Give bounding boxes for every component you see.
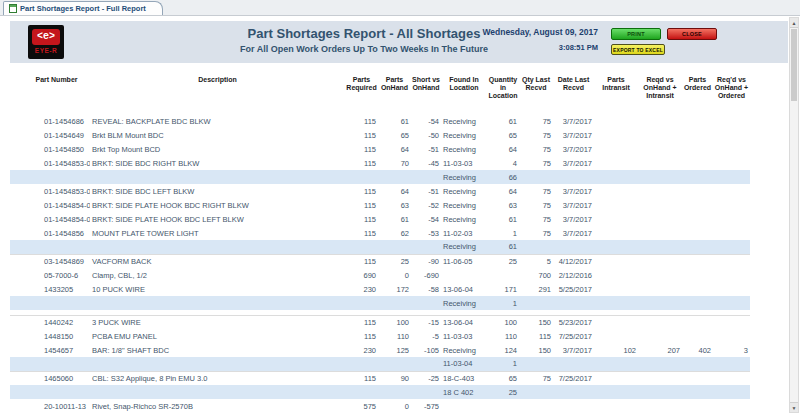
cell-intransit [594, 128, 638, 142]
cell-reqd_vs_onhand_intransit [638, 114, 682, 128]
cell-reqd_vs_onhand_ordered [713, 226, 750, 240]
cell-ordered [682, 357, 713, 371]
cell-required: 115 [345, 371, 378, 385]
location-subrow: 18 C 40225 [10, 385, 750, 399]
cell-location: 11-03-04 [441, 357, 487, 371]
table-row: 143320510 PUCK WIRE230172-5813-06-041712… [10, 282, 750, 296]
cell-qty_in_location: 25 [487, 385, 519, 399]
cell-short [411, 296, 441, 310]
cell-description: CBL: S32 Applique, 8 Pin EMU 3.0 [90, 371, 345, 385]
export-to-excel-button[interactable]: EXPORT TO EXCEL [611, 44, 665, 55]
cell-reqd_vs_onhand_intransit [638, 282, 682, 296]
cell-intransit [594, 282, 638, 296]
cell-onhand [378, 357, 411, 371]
cell-location: 11-06-05 [441, 254, 487, 268]
cell-intransit [594, 142, 638, 156]
col-header-reqd_vs_onhand_intransit: Reqd vs OnHand + Intransit [638, 72, 682, 114]
cell-reqd_vs_onhand_ordered [713, 114, 750, 128]
header-row: Part NumberDescriptionParts RequiredPart… [10, 72, 750, 114]
cell-ordered [682, 240, 713, 254]
cell-qty_last_recvd: 75 [519, 142, 553, 156]
cell-qty_last_recvd: 75 [519, 371, 553, 385]
cell-qty_in_location: 64 [487, 184, 519, 198]
cell-onhand: 125 [378, 343, 411, 357]
cell-date_last_recvd [553, 385, 594, 399]
cell-description: PCBA EMU PANEL [90, 329, 345, 343]
cell-qty_last_recvd: 150 [519, 343, 553, 357]
cell-part_number: 01-1454853-02 [10, 184, 90, 198]
cell-required [345, 385, 378, 399]
cell-short [411, 357, 441, 371]
cell-description: BRKT: SIDE PLATE HOOK BDC RIGHT BLKW [90, 198, 345, 212]
cell-reqd_vs_onhand_ordered [713, 329, 750, 343]
cell-qty_in_location: 61 [487, 114, 519, 128]
cell-ordered [682, 385, 713, 399]
cell-intransit [594, 357, 638, 371]
cell-part_number [10, 170, 90, 184]
report-tab[interactable]: Part Shortages Report - Full Report [3, 1, 163, 15]
cell-date_last_recvd [553, 170, 594, 184]
cell-ordered: 402 [682, 343, 713, 357]
cell-intransit [594, 226, 638, 240]
cell-date_last_recvd [553, 357, 594, 371]
col-header-date_last_recvd: Date Last Recvd [553, 72, 594, 114]
cell-intransit: 102 [594, 343, 638, 357]
cell-onhand: 0 [378, 399, 411, 413]
cell-ordered [682, 156, 713, 170]
cell-qty_last_recvd: 150 [519, 315, 553, 329]
cell-onhand: 64 [378, 142, 411, 156]
cell-reqd_vs_onhand_ordered [713, 282, 750, 296]
cell-onhand: 25 [378, 254, 411, 268]
cell-ordered [682, 268, 713, 282]
close-button[interactable]: CLOSE [667, 28, 717, 40]
cell-short: -90 [411, 254, 441, 268]
cell-short: -50 [411, 128, 441, 142]
cell-location: Receiving [441, 170, 487, 184]
cell-reqd_vs_onhand_intransit [638, 198, 682, 212]
cell-onhand [378, 170, 411, 184]
vertical-scrollbar[interactable]: ▲ ▼ [789, 17, 799, 413]
cell-ordered [682, 142, 713, 156]
scroll-down-icon[interactable]: ▼ [790, 402, 798, 412]
cell-part_number: 1440242 [10, 315, 90, 329]
cell-qty_last_recvd: 700 [519, 268, 553, 282]
cell-qty_last_recvd [519, 385, 553, 399]
cell-reqd_vs_onhand_intransit [638, 156, 682, 170]
cell-description [90, 240, 345, 254]
cell-onhand [378, 296, 411, 310]
cell-intransit [594, 114, 638, 128]
cell-intransit [594, 240, 638, 254]
cell-qty_in_location: 100 [487, 315, 519, 329]
cell-ordered [682, 128, 713, 142]
col-header-required: Parts Required [345, 72, 378, 114]
cell-qty_in_location: 64 [487, 142, 519, 156]
app-window: Part Shortages Report - Full Report <e> … [0, 0, 800, 16]
cell-required: 115 [345, 315, 378, 329]
cell-qty_last_recvd: 75 [519, 156, 553, 170]
cell-reqd_vs_onhand_intransit [638, 296, 682, 310]
cell-qty_in_location: 63 [487, 198, 519, 212]
cell-qty_last_recvd: 75 [519, 226, 553, 240]
scroll-up-icon[interactable]: ▲ [790, 18, 798, 28]
cell-date_last_recvd: 5/23/2017 [553, 315, 594, 329]
cell-intransit [594, 399, 638, 413]
cell-required [345, 240, 378, 254]
cell-reqd_vs_onhand_intransit [638, 357, 682, 371]
cell-date_last_recvd [553, 296, 594, 310]
cell-ordered [682, 254, 713, 268]
cell-description [90, 385, 345, 399]
cell-reqd_vs_onhand_ordered [713, 315, 750, 329]
cell-part_number: 1433205 [10, 282, 90, 296]
cell-part_number: 05-7000-6 [10, 268, 90, 282]
cell-required: 690 [345, 268, 378, 282]
cell-required: 115 [345, 156, 378, 170]
cell-location: Receiving [441, 128, 487, 142]
scrollbar-thumb[interactable] [791, 29, 797, 101]
print-button[interactable]: PRINT [611, 28, 661, 40]
report-time: 3:08:51 PM [482, 43, 598, 52]
cell-ordered [682, 114, 713, 128]
cell-reqd_vs_onhand_intransit [638, 240, 682, 254]
cell-location: Receiving [441, 184, 487, 198]
cell-part_number: 01-1454853-01 [10, 156, 90, 170]
cell-required: 115 [345, 184, 378, 198]
